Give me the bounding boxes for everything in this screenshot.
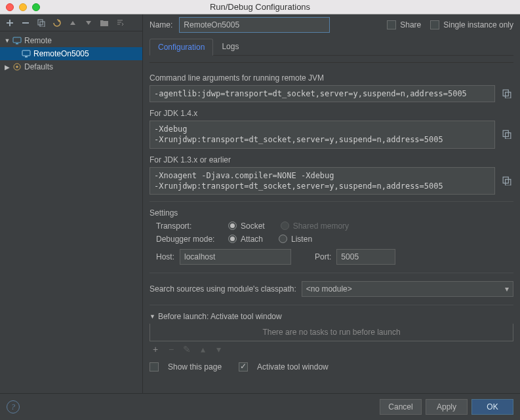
copy-button[interactable] [500, 128, 513, 141]
sidebar-toolbar [0, 14, 142, 31]
tab-logs[interactable]: Logs [213, 38, 247, 55]
single-instance-checkbox[interactable] [430, 20, 439, 29]
host-label: Host: [156, 252, 174, 261]
cancel-button[interactable]: Cancel [380, 399, 422, 415]
module-classpath-row: Search sources using module's classpath:… [150, 281, 513, 297]
apply-button[interactable]: Apply [426, 399, 468, 415]
jdk13-heading: For JDK 1.3.x or earlier [150, 155, 513, 164]
content-area: Name: Share Single instance only Configu… [143, 14, 520, 393]
port-input[interactable] [336, 249, 395, 265]
edit-task-button: ✎ [182, 344, 191, 354]
tree-node-remote[interactable]: ▼ Remote [0, 34, 142, 47]
before-launch-empty: There are no tasks to run before launch [262, 328, 400, 337]
expand-toggle-icon[interactable]: ▼ [3, 37, 12, 44]
name-label: Name: [150, 20, 172, 29]
maximize-window-button[interactable] [32, 3, 40, 11]
configuration-panel: Command line arguments for running remot… [150, 62, 513, 393]
transport-row: Transport: Socket Shared memory [156, 221, 513, 231]
copy-button[interactable] [500, 87, 513, 100]
before-launch-task-list: There are no tasks to run before launch [150, 324, 513, 341]
transport-shared-radio [281, 221, 289, 230]
config-tree: ▼ Remote RemoteOn5005 ▶ Defaults [0, 31, 142, 393]
tree-node-label: Defaults [24, 62, 53, 71]
cmd-main-args[interactable]: -agentlib:jdwp=transport=dt_socket,serve… [150, 85, 495, 102]
debugger-attach-label: Attach [241, 235, 263, 244]
before-launch-toolbar: + − ✎ ▴ ▾ [150, 341, 513, 357]
show-this-page-checkbox[interactable] [150, 362, 159, 372]
module-classpath-label: Search sources using module's classpath: [150, 284, 296, 294]
debugger-mode-row: Debugger mode: Attach Listen [156, 235, 513, 244]
cmd-jdk14-args[interactable]: -Xdebug -Xrunjdwp:transport=dt_socket,se… [150, 121, 495, 148]
window-titlebar: Run/Debug Configurations [0, 0, 520, 14]
activate-tool-window-checkbox[interactable] [239, 362, 248, 372]
window-controls [0, 3, 40, 11]
tree-node-defaults[interactable]: ▶ Defaults [0, 60, 142, 73]
single-instance-label: Single instance only [443, 20, 513, 29]
svg-rect-7 [25, 56, 28, 58]
debugger-mode-label: Debugger mode: [156, 235, 228, 244]
before-launch-header[interactable]: ▼ Before launch: Activate tool window [150, 312, 513, 321]
tree-node-label: Remote [24, 36, 52, 45]
save-config-button[interactable] [52, 18, 62, 28]
add-task-button[interactable]: + [151, 344, 160, 354]
debugger-listen-label: Listen [291, 235, 312, 244]
remote-config-icon [21, 50, 31, 58]
move-task-up-button: ▴ [198, 344, 207, 354]
window-title: Run/Debug Configurations [0, 2, 520, 12]
show-this-page-label: Show this page [168, 362, 222, 372]
move-task-down-button: ▾ [214, 344, 223, 354]
svg-rect-5 [16, 43, 18, 45]
transport-socket-label: Socket [241, 221, 265, 231]
minimize-window-button[interactable] [19, 3, 27, 11]
dialog-footer: ? Cancel Apply OK [0, 393, 520, 420]
move-up-button[interactable] [68, 18, 77, 28]
config-tree-sidebar: ▼ Remote RemoteOn5005 ▶ Defaults [0, 14, 143, 393]
remote-config-icon [12, 37, 22, 45]
help-button[interactable]: ? [7, 400, 20, 413]
activate-tool-window-label: Activate tool window [257, 362, 329, 372]
folder-button[interactable] [100, 18, 109, 28]
debugger-attach-radio[interactable] [228, 235, 237, 243]
transport-label: Transport: [156, 221, 228, 231]
settings-icon [12, 63, 22, 71]
close-window-button[interactable] [6, 3, 14, 11]
remove-config-button[interactable] [21, 18, 30, 28]
ok-button[interactable]: OK [471, 399, 513, 415]
host-port-row: Host: Port: [156, 249, 513, 265]
copy-config-button[interactable] [37, 18, 46, 28]
tab-bar: Configuration Logs [150, 38, 513, 56]
svg-rect-0 [22, 22, 29, 24]
module-classpath-select[interactable]: <no module> ▾ [302, 281, 513, 297]
module-classpath-value: <no module> [306, 284, 352, 294]
cmd-jdk13-args[interactable]: -Xnoagent -Djava.compiler=NONE -Xdebug -… [150, 167, 495, 195]
name-row: Name: Share Single instance only [150, 17, 513, 33]
port-label: Port: [315, 252, 331, 261]
transport-socket-radio[interactable] [228, 221, 237, 230]
name-input[interactable] [179, 17, 330, 33]
share-label: Share [400, 20, 421, 29]
svg-rect-4 [13, 37, 21, 43]
copy-button[interactable] [500, 174, 513, 187]
debugger-listen-radio[interactable] [279, 235, 287, 243]
jdk14-heading: For JDK 1.4.x [150, 109, 513, 118]
svg-point-9 [16, 66, 18, 68]
expand-toggle-icon[interactable]: ▶ [3, 64, 12, 71]
collapse-toggle-icon[interactable]: ▼ [150, 313, 155, 320]
svg-point-3 [58, 20, 60, 22]
chevron-down-icon: ▾ [505, 284, 509, 294]
settings-heading: Settings [150, 208, 513, 218]
sort-button[interactable] [115, 18, 125, 28]
transport-shared-label: Shared memory [293, 221, 349, 231]
before-launch-label: Before launch: Activate tool window [158, 312, 282, 321]
tree-node-label: RemoteOn5005 [33, 49, 89, 58]
add-config-button[interactable] [5, 18, 14, 28]
svg-rect-6 [22, 50, 30, 56]
tab-configuration[interactable]: Configuration [150, 39, 213, 56]
cmd-heading: Command line arguments for running remot… [150, 73, 513, 83]
share-checkbox[interactable] [387, 20, 396, 29]
move-down-button[interactable] [84, 18, 93, 28]
remove-task-button: − [167, 344, 176, 354]
tree-node-remote-on-5005[interactable]: RemoteOn5005 [0, 47, 142, 60]
host-input[interactable] [180, 249, 291, 265]
